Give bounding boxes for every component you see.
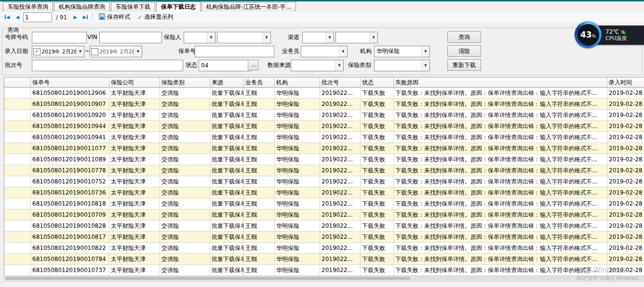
table-row[interactable]: 68105080120190011077太平财险天津交强险批量下载保单王靓华明保… — [4, 143, 644, 154]
table-row[interactable]: 68105080120190012906太平财险天津交强险批量下载保单王靓华明保… — [4, 88, 644, 99]
cell-policy-no: 68105080120190010828 — [31, 221, 109, 232]
last-page-button[interactable]: ▶ — [81, 13, 90, 22]
cell-company: 太平财险天津 — [109, 99, 160, 110]
column-header[interactable]: 业务员 — [244, 78, 275, 88]
channel-label: 渠道 — [288, 32, 299, 42]
table-row[interactable]: 68105080120190010941太平财险天津交强险批量下载保单王靓华明保… — [4, 132, 644, 143]
cell-policy-no: 68105080120190010818 — [31, 198, 109, 209]
table-row[interactable]: 68105080120190010920太平财险天津交强险批量下载保单王靓华明保… — [4, 110, 644, 121]
cell-agent: 王靓 — [244, 254, 275, 265]
status-browse-button[interactable]: ... — [248, 60, 258, 70]
cell-org: 华明保险 — [275, 88, 320, 99]
ins-category-combo[interactable]: ▼ — [374, 60, 430, 71]
table-row[interactable]: 68105080120190010784太平财险天津交强险批量下载保单王靓华明保… — [4, 254, 644, 265]
vin-label: VIN — [87, 32, 97, 42]
channel-combo-1[interactable]: ▼ — [302, 32, 334, 43]
column-header[interactable]: 录入时间 — [607, 78, 644, 88]
first-page-button[interactable]: ◀ — [3, 13, 12, 22]
clear-button[interactable]: 清除 — [447, 45, 481, 57]
chevron-down-icon: ▼ — [262, 32, 270, 43]
save-style-label: 保存样式 — [107, 13, 130, 21]
scrollbar-thumb[interactable] — [5, 277, 410, 280]
cell-category: 交强险 — [160, 176, 210, 187]
agent-combo[interactable]: ▼ — [301, 46, 348, 57]
save-style-button[interactable]: 保存样式 — [96, 13, 133, 22]
data-source-label: 数据来源 — [268, 60, 291, 70]
cell-org: 华明保险 — [275, 110, 320, 121]
org-combo[interactable]: 华明保险 ▼ — [374, 46, 430, 57]
select-columns-button[interactable]: ✓ 选择显示列 — [134, 13, 176, 22]
data-source-combo[interactable]: ▼ — [291, 60, 344, 71]
table-row[interactable]: 68105080120190010817太平财险天津交强险批量下载保单王靓华明保… — [4, 232, 644, 243]
date-to-checkbox[interactable] — [91, 48, 98, 55]
vin-input[interactable] — [99, 32, 162, 43]
table-row[interactable]: 68105080120190010818太平财险天津交强险批量下载保单王靓华明保… — [4, 198, 644, 209]
column-header[interactable]: 失败原因 — [394, 78, 607, 88]
tab-item[interactable]: 机构保险品牌查询 — [54, 2, 110, 12]
date-from-checkbox[interactable]: ✓ — [33, 48, 40, 55]
page-number-input[interactable] — [23, 13, 52, 22]
cell-time: 2019-02-28 09:49:59 — [607, 254, 644, 265]
table-row[interactable]: 68105080120190010736太平财险天津交强险批量下载保单王靓华明保… — [4, 187, 644, 198]
column-header[interactable]: 机构 — [275, 78, 320, 88]
tab-item[interactable]: 车险保单下载 — [111, 2, 155, 12]
cell-category: 交强险 — [160, 254, 210, 265]
table-row[interactable]: 68105080120190010822太平财险天津交强险批量下载保单王靓华明保… — [4, 243, 644, 254]
tab-item[interactable]: 机构保险品牌-江苏统一本部-平... — [201, 2, 296, 12]
tab-item[interactable]: 保单下载日志 — [156, 1, 201, 12]
select-columns-label: 选择显示列 — [144, 13, 173, 21]
insurer-combo-1[interactable]: ▼ — [184, 32, 215, 43]
cell-policy-no: 68105080120190010737 — [31, 265, 109, 276]
cell-reason: 下载失败：未找到保单详情。原因：保单详情查询出错：输入字符串的格式不... — [394, 232, 607, 243]
cell-status: 下载失败 — [361, 254, 394, 265]
table-row[interactable]: 68105080120190010709太平财险天津交强险批量下载保单王靓华明保… — [4, 209, 644, 221]
cell-agent: 王靓 — [244, 143, 275, 154]
table-row[interactable]: 68105080120190010778太平财险天津交强险批量下载保单王靓华明保… — [4, 165, 644, 176]
cpu-monitor-widget: 72℃ CPU温度 43 % — [575, 21, 643, 49]
column-header[interactable]: 保险公司 — [109, 78, 160, 88]
cell-source: 批量下载保单 — [210, 254, 244, 265]
cell-status: 下载失败 — [361, 165, 394, 176]
cell-time: 2019-02-28 09:49:59 — [607, 198, 644, 209]
row-indicator — [4, 176, 31, 187]
cell-org: 华明保险 — [275, 121, 320, 132]
table-row[interactable]: 68105080120190010752太平财险天津交强险批量下载保单王靓华明保… — [4, 176, 644, 187]
cell-category: 交强险 — [160, 110, 210, 121]
cell-company: 太平财险天津 — [109, 154, 160, 165]
leaf-icon — [621, 30, 625, 34]
tab-item[interactable]: 车险投保单查询 — [3, 2, 53, 12]
query-button[interactable]: 查询 — [447, 31, 481, 43]
agent-label: 业务员 — [282, 46, 299, 56]
channel-combo-2[interactable]: ▼ — [335, 32, 378, 43]
batch-no-input[interactable] — [32, 60, 183, 71]
column-header[interactable]: 保单号 — [31, 78, 109, 88]
cell-policy-no: 68105080120190010752 — [31, 176, 109, 187]
table-row[interactable]: 68105080120190010907太平财险天津交强险批量下载保单王靓华明保… — [4, 99, 644, 110]
table-row[interactable]: 68105080120190010944太平财险天津交强险批量下载保单王靓华明保… — [4, 121, 644, 132]
prev-page-button[interactable]: ◀ — [13, 13, 22, 22]
table-row[interactable]: 68105080120190010828太平财险天津交强险批量下载保单王靓华明保… — [4, 221, 644, 232]
next-page-button[interactable]: ▶ — [71, 13, 80, 22]
date-from-picker[interactable]: ✓ 2019年 2月28日 ▼ — [32, 46, 84, 57]
table-row[interactable]: 68105080120190011089太平财险天津交强险批量下载保单王靓华明保… — [4, 154, 644, 165]
redownload-button[interactable]: 重新下载 — [447, 59, 481, 71]
cell-company: 太平财险天津 — [109, 88, 160, 99]
column-header[interactable]: 状态 — [361, 78, 394, 88]
table-row[interactable]: 68105080120190010737太平财险天津交强险批量下载保单王靓华明保… — [4, 265, 644, 276]
cell-policy-no: 68105080120190010736 — [31, 187, 109, 198]
cell-time: 2019-02-28 09:51:42 — [607, 132, 644, 143]
cell-reason: 下载失败：未找到保单详情。原因：保单详情查询出错：输入字符串的格式不... — [394, 143, 607, 154]
cell-org: 华明保险 — [275, 165, 320, 176]
cell-reason: 下载失败：未找到保单详情。原因：保单详情查询出错：输入字符串的格式不... — [394, 209, 607, 221]
cell-batch: 2019022... — [320, 243, 361, 254]
date-to-picker[interactable]: 2019年 2月28日 ▼ — [90, 46, 142, 57]
column-header[interactable]: 批次号 — [320, 78, 361, 88]
date-to-value: 2019年 2月28日 — [99, 48, 134, 55]
column-header[interactable]: 来源 — [210, 78, 244, 88]
insurer-combo-2[interactable]: ▼ — [217, 32, 271, 43]
cell-company: 太平财险天津 — [109, 143, 160, 154]
policy-no-input[interactable] — [195, 46, 274, 57]
column-header[interactable]: 保险类别 — [160, 78, 210, 88]
plate-input[interactable] — [32, 32, 87, 43]
status-input[interactable] — [199, 60, 252, 71]
